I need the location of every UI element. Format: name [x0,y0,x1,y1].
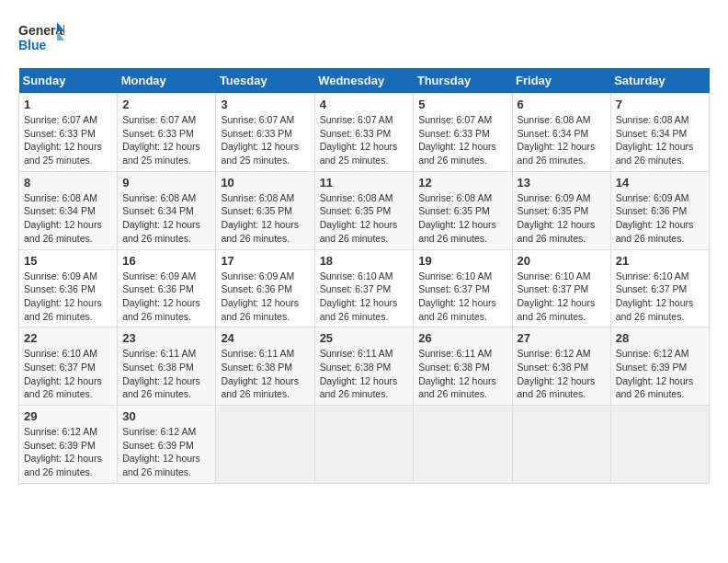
day-info: Sunrise: 6:12 AM Sunset: 6:38 PM Dayligh… [518,347,606,401]
calendar-day-cell: 23 Sunrise: 6:11 AM Sunset: 6:38 PM Dayl… [118,327,216,406]
calendar-day-cell: 20 Sunrise: 6:10 AM Sunset: 6:37 PM Dayl… [512,249,610,327]
calendar-day-cell: 16 Sunrise: 6:09 AM Sunset: 6:36 PM Dayl… [118,249,216,327]
day-number: 20 [518,254,606,268]
day-info: Sunrise: 6:08 AM Sunset: 6:34 PM Dayligh… [518,113,606,167]
calendar-day-cell: 29 Sunrise: 6:12 AM Sunset: 6:39 PM Dayl… [19,406,118,484]
calendar-day-cell: 24 Sunrise: 6:11 AM Sunset: 6:38 PM Dayl… [216,327,314,406]
calendar-week-row: 15 Sunrise: 6:09 AM Sunset: 6:36 PM Dayl… [19,249,710,327]
day-number: 13 [518,176,606,190]
logo: General Blue [18,18,64,59]
calendar-day-cell: 17 Sunrise: 6:09 AM Sunset: 6:36 PM Dayl… [216,249,314,327]
day-info: Sunrise: 6:09 AM Sunset: 6:35 PM Dayligh… [518,191,606,246]
day-info: Sunrise: 6:12 AM Sunset: 6:39 PM Dayligh… [122,425,210,479]
day-number: 19 [418,254,506,268]
calendar-day-cell: 19 Sunrise: 6:10 AM Sunset: 6:37 PM Dayl… [414,249,512,327]
day-of-week-header: Wednesday [314,68,414,94]
day-number: 22 [24,331,112,345]
day-number: 5 [418,98,506,111]
calendar-day-cell: 6 Sunrise: 6:08 AM Sunset: 6:34 PM Dayli… [512,94,610,172]
calendar-week-row: 1 Sunrise: 6:07 AM Sunset: 6:33 PM Dayli… [19,94,710,172]
day-info: Sunrise: 6:09 AM Sunset: 6:36 PM Dayligh… [616,191,704,246]
calendar-day-cell [216,406,314,484]
calendar-day-cell: 28 Sunrise: 6:12 AM Sunset: 6:39 PM Dayl… [610,327,709,406]
calendar-day-cell: 26 Sunrise: 6:11 AM Sunset: 6:38 PM Dayl… [414,327,512,406]
day-info: Sunrise: 6:09 AM Sunset: 6:36 PM Dayligh… [122,270,210,324]
day-info: Sunrise: 6:12 AM Sunset: 6:39 PM Dayligh… [24,425,112,479]
day-info: Sunrise: 6:10 AM Sunset: 6:37 PM Dayligh… [616,270,704,324]
day-number: 30 [122,409,210,423]
day-of-week-header: Sunday [19,68,118,94]
day-of-week-header: Friday [512,68,610,94]
day-info: Sunrise: 6:08 AM Sunset: 6:35 PM Dayligh… [221,191,309,246]
day-number: 18 [320,254,409,268]
day-info: Sunrise: 6:09 AM Sunset: 6:36 PM Dayligh… [221,270,309,324]
day-number: 8 [24,176,112,190]
day-number: 23 [122,331,210,345]
day-number: 10 [221,176,309,190]
day-of-week-header: Saturday [610,68,709,94]
day-number: 9 [122,176,210,190]
day-number: 28 [616,331,704,345]
day-info: Sunrise: 6:09 AM Sunset: 6:36 PM Dayligh… [24,270,112,324]
day-info: Sunrise: 6:08 AM Sunset: 6:34 PM Dayligh… [616,113,704,167]
day-number: 7 [616,98,704,111]
calendar-day-cell: 3 Sunrise: 6:07 AM Sunset: 6:33 PM Dayli… [216,94,314,172]
day-number: 17 [221,254,309,268]
calendar-week-row: 22 Sunrise: 6:10 AM Sunset: 6:37 PM Dayl… [19,327,710,406]
day-info: Sunrise: 6:07 AM Sunset: 6:33 PM Dayligh… [320,113,409,167]
calendar-day-cell: 25 Sunrise: 6:11 AM Sunset: 6:38 PM Dayl… [314,327,414,406]
day-number: 25 [320,331,409,345]
day-info: Sunrise: 6:10 AM Sunset: 6:37 PM Dayligh… [320,270,409,324]
day-info: Sunrise: 6:08 AM Sunset: 6:35 PM Dayligh… [320,191,409,246]
day-info: Sunrise: 6:11 AM Sunset: 6:38 PM Dayligh… [122,347,210,401]
day-number: 11 [320,176,409,190]
day-info: Sunrise: 6:11 AM Sunset: 6:38 PM Dayligh… [320,347,409,401]
calendar-day-cell: 14 Sunrise: 6:09 AM Sunset: 6:36 PM Dayl… [610,171,709,249]
calendar-day-cell: 1 Sunrise: 6:07 AM Sunset: 6:33 PM Dayli… [19,94,118,172]
calendar-day-cell: 13 Sunrise: 6:09 AM Sunset: 6:35 PM Dayl… [512,171,610,249]
day-number: 12 [418,176,506,190]
day-number: 14 [616,176,704,190]
day-info: Sunrise: 6:07 AM Sunset: 6:33 PM Dayligh… [24,113,112,167]
calendar-week-row: 8 Sunrise: 6:08 AM Sunset: 6:34 PM Dayli… [19,171,710,249]
calendar-day-cell [512,406,610,484]
day-info: Sunrise: 6:10 AM Sunset: 6:37 PM Dayligh… [418,270,506,324]
calendar-day-cell: 15 Sunrise: 6:09 AM Sunset: 6:36 PM Dayl… [19,249,118,327]
calendar-day-cell: 30 Sunrise: 6:12 AM Sunset: 6:39 PM Dayl… [118,406,216,484]
calendar-day-cell: 9 Sunrise: 6:08 AM Sunset: 6:34 PM Dayli… [118,171,216,249]
day-number: 4 [320,98,409,111]
day-number: 1 [24,98,112,111]
calendar-day-cell: 8 Sunrise: 6:08 AM Sunset: 6:34 PM Dayli… [19,171,118,249]
calendar-day-cell [314,406,414,484]
day-number: 2 [122,98,210,111]
calendar-week-row: 29 Sunrise: 6:12 AM Sunset: 6:39 PM Dayl… [19,406,710,484]
day-number: 3 [221,98,309,111]
calendar-table: SundayMondayTuesdayWednesdayThursdayFrid… [18,68,710,484]
day-number: 6 [518,98,606,111]
day-number: 24 [221,331,309,345]
svg-text:Blue: Blue [18,38,47,52]
calendar-day-cell: 27 Sunrise: 6:12 AM Sunset: 6:38 PM Dayl… [512,327,610,406]
calendar-day-cell: 10 Sunrise: 6:08 AM Sunset: 6:35 PM Dayl… [216,171,314,249]
day-info: Sunrise: 6:08 AM Sunset: 6:34 PM Dayligh… [122,191,210,246]
day-info: Sunrise: 6:12 AM Sunset: 6:39 PM Dayligh… [616,347,704,401]
calendar-day-cell: 18 Sunrise: 6:10 AM Sunset: 6:37 PM Dayl… [314,249,414,327]
calendar-day-cell: 11 Sunrise: 6:08 AM Sunset: 6:35 PM Dayl… [314,171,414,249]
calendar-day-cell: 7 Sunrise: 6:08 AM Sunset: 6:34 PM Dayli… [610,94,709,172]
day-of-week-header: Thursday [414,68,512,94]
calendar-day-cell: 2 Sunrise: 6:07 AM Sunset: 6:33 PM Dayli… [118,94,216,172]
calendar-day-cell: 21 Sunrise: 6:10 AM Sunset: 6:37 PM Dayl… [610,249,709,327]
day-info: Sunrise: 6:08 AM Sunset: 6:35 PM Dayligh… [418,191,506,246]
calendar-header-row: SundayMondayTuesdayWednesdayThursdayFrid… [19,68,710,94]
calendar-day-cell [414,406,512,484]
calendar-day-cell [610,406,709,484]
day-info: Sunrise: 6:07 AM Sunset: 6:33 PM Dayligh… [122,113,210,167]
day-info: Sunrise: 6:10 AM Sunset: 6:37 PM Dayligh… [518,270,606,324]
day-info: Sunrise: 6:11 AM Sunset: 6:38 PM Dayligh… [418,347,506,401]
day-info: Sunrise: 6:11 AM Sunset: 6:38 PM Dayligh… [221,347,309,401]
page-header: General Blue [18,18,710,59]
day-info: Sunrise: 6:07 AM Sunset: 6:33 PM Dayligh… [221,113,309,167]
day-number: 15 [24,254,112,268]
day-of-week-header: Tuesday [216,68,314,94]
day-number: 29 [24,409,112,423]
